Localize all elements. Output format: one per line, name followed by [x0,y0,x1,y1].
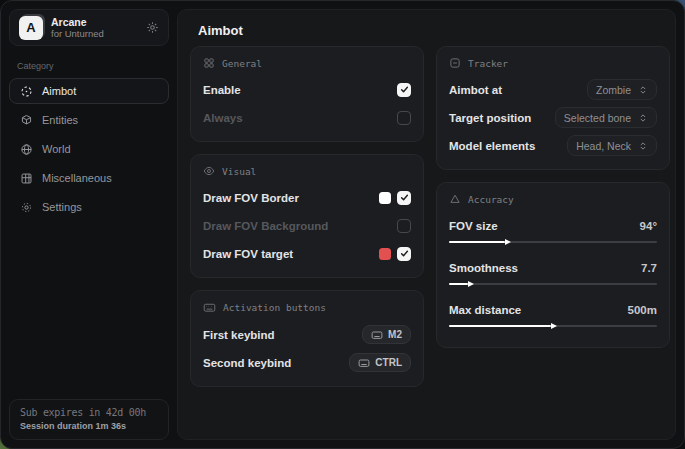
slider-thumb[interactable] [468,281,474,287]
select-value: Zombie [596,84,631,96]
max-distance-value: 500m [628,304,657,316]
app-subtitle: for Unturned [51,28,104,39]
slider-fill [449,325,551,327]
setting-label: First keybind [203,329,275,341]
card-header-label: Tracker [468,58,508,69]
fov-background-checkbox[interactable] [397,219,411,233]
fov-size-slider[interactable] [449,238,657,246]
sidebar-item-world[interactable]: World [9,136,169,162]
card-header-label: General [222,58,262,69]
sidebar-item-label: Entities [42,114,78,126]
fov-border-color-swatch[interactable] [379,192,391,204]
select-value: Head, Neck [576,140,631,152]
keyboard-icon [371,329,383,341]
enable-checkbox[interactable] [397,83,411,97]
smoothness-value: 7.7 [641,262,657,274]
grid-icon [20,172,33,185]
second-keybind-button[interactable]: CTRL [349,353,411,372]
fov-target-checkbox[interactable] [397,247,411,261]
layout-icon [203,57,215,69]
setting-label: Max distance [449,304,521,316]
setting-row-aimbot-at: Aimbot at Zombie [449,79,657,100]
gear-icon [20,201,33,214]
sidebar-item-aimbot[interactable]: Aimbot [9,78,169,104]
sidebar-item-settings[interactable]: Settings [9,194,169,220]
column-right: Tracker Aimbot at Zombie Target position… [436,46,670,360]
setting-row-fov-border: Draw FOV Border [203,187,411,208]
target-box-icon [449,57,461,69]
sidebar-item-entities[interactable]: Entities [9,107,169,133]
setting-row-second-keybind: Second keybind CTRL [203,352,411,373]
card-header-label: Activation buttons [223,302,326,313]
setting-row-enable: Enable [203,79,411,100]
triangle-icon [449,193,461,205]
setting-row-target-position: Target position Selected bone [449,107,657,128]
visual-card-header: Visual [203,165,411,177]
subscription-card: Sub expires in 42d 00h Session duration … [9,399,169,440]
keyboard-icon [203,301,216,314]
setting-row-model-elements: Model elements Head, Neck [449,135,657,156]
smoothness-slider[interactable] [449,280,657,288]
model-elements-select[interactable]: Head, Neck [567,135,657,156]
sidebar: A Arcane for Unturned Category Aimbot [1,1,177,448]
setting-row-fov-target: Draw FOV target [203,243,411,264]
sidebar-item-label: Settings [42,201,82,213]
sidebar-item-miscellaneous[interactable]: Miscellaneous [9,165,169,191]
setting-row-first-keybind: First keybind M2 [203,324,411,345]
chevron-up-down-icon [638,141,648,151]
card-header-label: Accuracy [468,194,514,205]
chevron-up-down-icon [638,113,648,123]
max-distance-slider[interactable] [449,322,657,330]
setting-label: Always [203,112,243,124]
sidebar-item-label: Aimbot [42,85,76,97]
fov-size-row: FOV size 94° [449,215,657,236]
fov-target-color-swatch[interactable] [379,248,391,260]
fov-border-checkbox[interactable] [397,191,411,205]
keybind-value: M2 [388,329,402,340]
setting-label: Second keybind [203,357,291,369]
gear-icon[interactable] [146,21,159,34]
app-logo-card: A Arcane for Unturned [9,9,169,46]
setting-row-fov-background: Draw FOV Background [203,215,411,236]
setting-label: Smoothness [449,262,518,274]
slider-thumb[interactable] [505,239,511,245]
always-checkbox[interactable] [397,111,411,125]
setting-group-fov-size: FOV size 94° [449,215,657,246]
main-panel: Aimbot General Enable [177,9,676,440]
page-title: Aimbot [198,23,675,38]
fov-size-value: 94° [640,220,657,232]
setting-group-smoothness: Smoothness 7.7 [449,257,657,288]
globe-icon [20,143,33,156]
activation-card-header: Activation buttons [203,301,411,314]
accuracy-card-header: Accuracy [449,193,657,205]
sub-expiry-text: Sub expires in 42d 00h [20,407,158,418]
first-keybind-button[interactable]: M2 [362,325,411,344]
tracker-card: Tracker Aimbot at Zombie Target position… [436,46,670,170]
select-value: Selected bone [564,112,631,124]
keybind-value: CTRL [375,357,402,368]
slider-fill [449,241,505,243]
sidebar-item-label: Miscellaneous [42,172,112,184]
general-card: General Enable Always [190,46,424,142]
general-card-header: General [203,57,411,69]
app-title-block: Arcane for Unturned [51,16,104,39]
app-window: A Arcane for Unturned Category Aimbot [0,0,685,449]
tracker-card-header: Tracker [449,57,657,69]
setting-label: Draw FOV Border [203,192,299,204]
aimbot-at-select[interactable]: Zombie [587,79,657,100]
setting-label: FOV size [449,220,498,232]
setting-label: Target position [449,112,531,124]
setting-row-always: Always [203,107,411,128]
max-distance-row: Max distance 500m [449,299,657,320]
card-header-label: Visual [222,166,256,177]
target-position-select[interactable]: Selected bone [555,107,657,128]
visual-card: Visual Draw FOV Border Draw FOV Backgrou… [190,154,424,278]
crosshair-icon [20,85,33,98]
slider-thumb[interactable] [551,323,557,329]
accuracy-card: Accuracy FOV size 94° [436,182,670,348]
sidebar-item-label: World [42,143,71,155]
slider-fill [449,283,468,285]
app-name: Arcane [51,16,104,28]
category-label: Category [17,61,161,71]
slider-track [449,283,657,285]
